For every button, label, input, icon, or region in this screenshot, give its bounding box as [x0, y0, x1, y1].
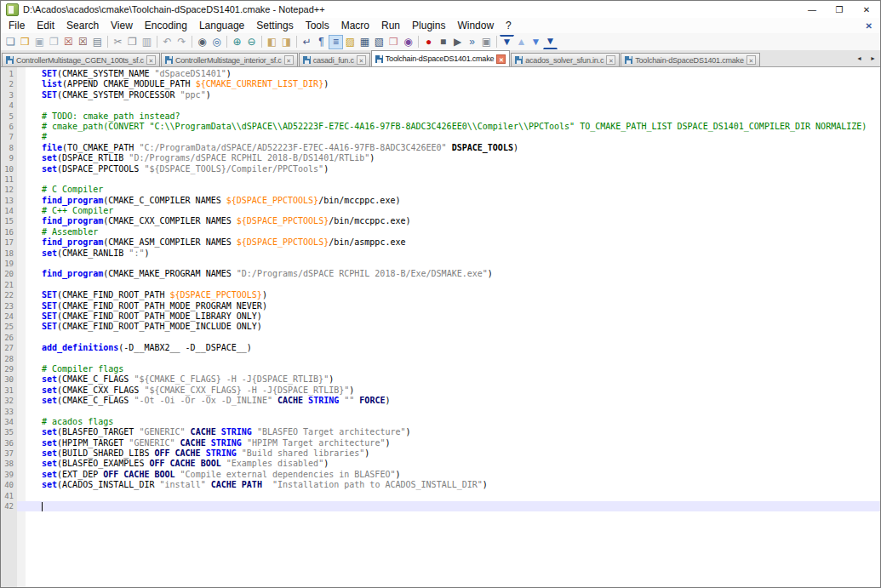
code-line-1[interactable]: 1SET(CMAKE_SYSTEM_NAME "dSpaceDS1401") — [1, 69, 880, 79]
code-line-27[interactable]: 27add_definitions(-D__MABX2__ -D__DSPACE… — [1, 343, 880, 353]
code-line-33[interactable]: 33 — [1, 407, 880, 417]
find-icon[interactable]: ◉ — [195, 35, 209, 49]
replace-icon[interactable]: ◎ — [209, 35, 224, 49]
code-line-37[interactable]: 37set(BUILD_SHARED_LIBS OFF CACHE STRING… — [1, 448, 880, 459]
code-line-10[interactable]: 10set(DSPACE_PPCTOOLS "${DSPACE_TOOLS}/C… — [1, 164, 880, 174]
editor-margin[interactable] — [17, 470, 42, 480]
editor-margin[interactable] — [17, 343, 42, 353]
code-line-39[interactable]: 39set(EXT_DEP OFF CACHE BOOL "Compile ex… — [1, 470, 880, 480]
editor-margin[interactable] — [17, 385, 42, 396]
tab-close-icon[interactable]: ✕ — [284, 55, 294, 65]
menu-run[interactable]: Run — [375, 20, 406, 31]
editor-margin[interactable] — [17, 354, 42, 364]
close-all-files-icon[interactable]: ☒ — [76, 35, 90, 49]
tab-close-icon[interactable]: ✕ — [357, 55, 366, 65]
code-line-11[interactable]: 11 — [1, 174, 880, 185]
editor-margin[interactable] — [17, 143, 42, 153]
menu-edit[interactable]: Edit — [31, 20, 60, 31]
editor-margin[interactable] — [17, 301, 42, 311]
tab-casadi-fun-c[interactable]: casadi_fun.c✕ — [299, 53, 370, 66]
editor-margin[interactable] — [17, 237, 42, 248]
editor-margin[interactable] — [17, 269, 42, 279]
open-file-icon[interactable]: ❒ — [18, 35, 32, 49]
code-line-40[interactable]: 40set(ACADOS_INSTALL_DIR "install" CACHE… — [1, 480, 880, 490]
editor-margin[interactable] — [17, 248, 42, 259]
code-line-30[interactable]: 30set(CMAKE_C_FLAGS "${CMAKE_C_FLAGS} -H… — [1, 374, 880, 385]
code-line-19[interactable]: 19 — [1, 259, 880, 269]
document-map-icon[interactable]: ▦ — [358, 35, 372, 49]
code-line-29[interactable]: 29# Compiler flags — [1, 364, 880, 374]
editor-margin[interactable] — [17, 227, 42, 237]
editor-margin[interactable] — [17, 174, 42, 185]
code-line-31[interactable]: 31set(CMAKE_CXX_FLAGS "${CMAKE_CXX_FLAGS… — [1, 385, 880, 396]
code-line-36[interactable]: 36set(HPIPM_TARGET "GENERIC" CACHE STRIN… — [1, 438, 880, 448]
menu-encoding[interactable]: Encoding — [139, 20, 193, 31]
code-line-23[interactable]: 23SET(CMAKE_FIND_ROOT_PATH_MODE_PROGRAM … — [1, 301, 880, 311]
zoom-out-icon[interactable]: ⊖ — [244, 35, 259, 49]
code-line-42[interactable]: 42 — [1, 501, 880, 511]
editor-margin[interactable] — [17, 290, 42, 300]
code-line-3[interactable]: 3SET(CMAKE_SYSTEM_PROCESSOR "ppc") — [1, 90, 880, 100]
menu-file[interactable]: File — [3, 20, 31, 31]
sync-vertical-scroll-icon[interactable]: ◧ — [265, 35, 279, 49]
tab-close-icon[interactable]: ✕ — [747, 55, 756, 65]
run-macro-multiple-times-icon[interactable]: » — [465, 35, 479, 49]
code-line-2[interactable]: 2list(APPEND CMAKE_MODULE_PATH ${CMAKE_C… — [1, 79, 880, 89]
nav-bottom-icon[interactable]: ▼ — [543, 35, 558, 49]
nav-up-icon[interactable]: ▲ — [514, 35, 529, 49]
editor-margin[interactable] — [17, 100, 42, 111]
code-line-13[interactable]: 13find_program(CMAKE_C_COMPILER NAMES ${… — [1, 196, 880, 206]
editor-margin[interactable] — [17, 501, 42, 511]
code-line-20[interactable]: 20find_program(CMAKE_MAKE_PROGRAM NAMES … — [1, 269, 880, 279]
sync-horizontal-scroll-icon[interactable]: ◨ — [279, 35, 294, 49]
editor-margin[interactable] — [17, 417, 42, 427]
word-wrap-icon[interactable]: ↵ — [300, 35, 314, 49]
editor-margin[interactable] — [17, 196, 42, 206]
indent-guide-icon[interactable]: ≡ — [329, 35, 343, 49]
tab-controllermultistage-interior-sf-c[interactable]: ControllerMultistage_interior_sf.c✕ — [161, 53, 298, 66]
save-recorded-macro-icon[interactable]: ▣ — [479, 35, 494, 49]
show-all-characters-icon[interactable]: ¶ — [314, 35, 329, 49]
menu-view[interactable]: View — [105, 20, 139, 31]
function-list-icon[interactable]: ▨ — [343, 35, 358, 49]
copy-icon[interactable]: ❐ — [125, 35, 140, 49]
tab-close-icon[interactable]: ✕ — [496, 54, 506, 64]
cut-icon[interactable]: ✂ — [111, 35, 125, 49]
menu-help[interactable]: ? — [500, 20, 518, 31]
code-editor[interactable]: 1SET(CMAKE_SYSTEM_NAME "dSpaceDS1401")2l… — [1, 67, 880, 587]
editor-margin[interactable] — [17, 322, 42, 332]
paste-icon[interactable]: ▥ — [140, 35, 154, 49]
document-list-icon[interactable]: ▧ — [372, 35, 386, 49]
folder-as-workspace-icon[interactable]: ❒ — [386, 35, 401, 49]
play-macro-icon[interactable]: ▶ — [450, 35, 465, 49]
menu-tools[interactable]: Tools — [300, 20, 335, 31]
new-file-icon[interactable]: ❏ — [3, 35, 18, 49]
code-line-12[interactable]: 12# C Compiler — [1, 185, 880, 195]
tab-acados-solver-sfun-in-c[interactable]: acados_solver_sfun.in.c✕ — [511, 53, 620, 66]
editor-margin[interactable] — [17, 79, 42, 89]
code-line-4[interactable]: 4 — [1, 100, 880, 111]
editor-margin[interactable] — [17, 69, 42, 79]
menu-language[interactable]: Language — [193, 20, 250, 31]
code-line-34[interactable]: 34# acados flags — [1, 417, 880, 427]
menu-macro[interactable]: Macro — [335, 20, 375, 31]
code-line-41[interactable]: 41 — [1, 491, 880, 501]
editor-margin[interactable] — [17, 364, 42, 374]
save-all-icon[interactable]: ❐ — [47, 35, 61, 49]
editor-margin[interactable] — [17, 122, 42, 132]
code-line-18[interactable]: 18set(CMAKE_RANLIB ":") — [1, 248, 880, 259]
code-line-14[interactable]: 14# C++ Compiler — [1, 206, 880, 216]
code-line-16[interactable]: 16# Assembler — [1, 227, 880, 237]
print-icon[interactable]: ▤ — [90, 35, 105, 49]
code-line-38[interactable]: 38set(BLASFEO_EXAMPLES OFF CACHE BOOL "E… — [1, 459, 880, 469]
code-line-6[interactable]: 6# cmake_path(CONVERT "C:\\ProgramData\\… — [1, 122, 880, 132]
code-line-24[interactable]: 24SET(CMAKE_FIND_ROOT_PATH_MODE_LIBRARY … — [1, 311, 880, 322]
tab-close-icon[interactable]: ✕ — [606, 55, 615, 65]
code-line-5[interactable]: 5# TODO: cmake_path instead? — [1, 111, 880, 122]
editor-margin[interactable] — [17, 259, 42, 269]
editor-margin[interactable] — [17, 132, 42, 142]
monitoring-eye-icon[interactable]: ◉ — [401, 35, 415, 49]
tab-toolchain-dspaceds1401-cmake[interactable]: Toolchain-dSpaceDS1401.cmake✕ — [621, 53, 759, 66]
code-line-35[interactable]: 35set(BLASFEO_TARGET "GENERIC" CACHE STR… — [1, 427, 880, 437]
maximize-button[interactable]: ❐ — [826, 1, 853, 18]
